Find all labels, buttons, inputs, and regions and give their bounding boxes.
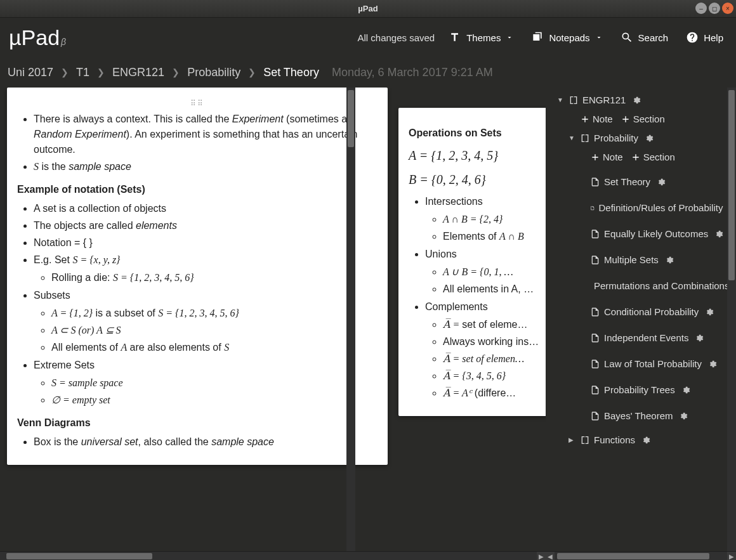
search-button[interactable]: Search [617, 29, 673, 46]
gear-icon[interactable] [714, 230, 723, 238]
caret-right-icon[interactable]: ▶ [568, 436, 576, 443]
window-controls: – ◻ × [695, 3, 733, 14]
add-note-label: Note [593, 114, 613, 124]
note-icon [590, 411, 600, 421]
tree-page-label: Set Theory [604, 176, 650, 187]
window-titlebar: µPad – ◻ × [0, 0, 736, 18]
minimize-button[interactable]: – [695, 3, 707, 14]
note-text: All elements in A, … [443, 282, 546, 297]
note-text: A set is a collection of objects [34, 201, 378, 216]
note-icon [590, 333, 600, 343]
format-icon [449, 31, 461, 44]
note-text: A ∩ B = {2, 4} [443, 212, 546, 227]
tree-page-label: Conditional Probability [604, 306, 699, 317]
gear-icon[interactable] [645, 134, 654, 143]
note-timestamp: Monday, 6 March 2017 9:21 AM [332, 66, 493, 79]
logo-text: µPad [9, 25, 60, 50]
tree-page-item[interactable]: Law of Total Probability [546, 351, 736, 377]
add-note-button[interactable]: Note [580, 114, 613, 124]
tree-page-label: Probability Trees [604, 384, 675, 395]
sidebar-horizontal-scrollbar[interactable]: ◀ ▶ [546, 551, 736, 560]
gear-icon[interactable] [657, 178, 666, 186]
search-icon [621, 31, 633, 44]
tree-page-item[interactable]: Equally Likely Outcomes [546, 221, 736, 247]
notepads-icon [531, 31, 544, 44]
tree-page-label: Law of Total Probability [604, 358, 702, 369]
caret-down-icon[interactable]: ▼ [557, 96, 565, 103]
note-text: A̅ = set of eleme… [443, 317, 546, 332]
breadcrumb-item[interactable]: Uni 2017 [8, 66, 53, 79]
scrollbar-thumb[interactable] [557, 553, 709, 559]
note-icon [590, 385, 600, 395]
help-button[interactable]: Help [682, 29, 727, 46]
tree-section-functions[interactable]: ▶ Functions [546, 433, 736, 447]
maximize-button[interactable]: ◻ [709, 3, 720, 14]
note-text: A = {1, 2} is a subset of S = {1, 2, 3, … [51, 306, 378, 321]
scroll-right-arrow[interactable]: ▶ [727, 552, 736, 560]
tree-page-item[interactable]: Independent Events [546, 325, 736, 351]
tree-page-item[interactable]: Set Theory [546, 169, 736, 195]
add-section-button[interactable]: Section [621, 114, 665, 124]
sidebar-vertical-scrollbar[interactable] [727, 88, 736, 551]
plus-icon [621, 114, 631, 124]
add-note-button[interactable]: Note [590, 152, 623, 162]
drag-handle[interactable]: ⠿⠿ [17, 98, 378, 109]
top-nav: µPad β All changes saved Themes Notepads… [0, 18, 736, 57]
themes-menu[interactable]: Themes [445, 29, 517, 46]
note-text: The objects are called elements [34, 218, 378, 233]
close-button[interactable]: × [722, 3, 733, 14]
add-section-label: Section [643, 152, 675, 162]
note-text: B = {0, 2, 4, 6} [409, 170, 546, 189]
tree-section-probability[interactable]: ▼ Probability [546, 131, 736, 145]
breadcrumb-item[interactable]: ENGR121 [112, 66, 164, 79]
breadcrumb-item[interactable]: T1 [76, 66, 89, 79]
gear-icon[interactable] [632, 96, 641, 105]
add-note-label: Note [603, 152, 623, 162]
gear-icon[interactable] [708, 360, 717, 368]
gear-icon[interactable] [705, 308, 714, 316]
note-text: Elements of A ∩ B [443, 229, 546, 244]
app-logo[interactable]: µPad β [9, 25, 66, 50]
tree-label: Probability [594, 133, 638, 143]
note-text: A ∪ B = {0, 1, … [443, 264, 546, 280]
note-text: Notation = { } [34, 235, 378, 251]
plus-icon [590, 152, 600, 162]
book-icon [580, 133, 590, 143]
breadcrumb-item-active[interactable]: Set Theory [263, 66, 319, 79]
tree-page-item[interactable]: Probability Trees [546, 377, 736, 403]
scrollbar-thumb[interactable] [348, 90, 354, 147]
scroll-right-arrow[interactable]: ▶ [537, 552, 546, 560]
gear-icon[interactable] [679, 412, 688, 420]
tree-page-item[interactable]: Bayes' Theorem [546, 403, 736, 429]
gear-icon[interactable] [695, 334, 704, 342]
note-text: ∅ = empty set [51, 393, 378, 408]
caret-down-icon[interactable]: ▼ [568, 134, 576, 141]
tree-page-item[interactable]: Conditional Probability [546, 299, 736, 325]
note-text: There is always a context. This is calle… [34, 112, 378, 157]
notepads-menu[interactable]: Notepads [527, 29, 606, 46]
book-icon [580, 435, 590, 445]
scrollbar-thumb[interactable] [6, 553, 152, 559]
tree-page-item[interactable]: Definition/Rules of Probability [546, 195, 736, 221]
add-section-button[interactable]: Section [631, 152, 675, 162]
save-status: All changes saved [357, 32, 435, 43]
tree-page-item[interactable]: Permutations and Combinations [546, 273, 736, 299]
breadcrumb-item[interactable]: Probability [187, 66, 240, 79]
help-icon [686, 31, 699, 44]
note-card[interactable]: ⠿⠿ There is always a context. This is ca… [7, 88, 388, 465]
note-canvas[interactable]: ⠿⠿ There is always a context. This is ca… [0, 88, 546, 551]
scroll-left-arrow[interactable]: ◀ [546, 552, 555, 560]
sidebar: ▼ ENGR121 Note Section ▼ Probability [546, 88, 736, 551]
tree-section-engr121[interactable]: ▼ ENGR121 [546, 93, 736, 107]
note-card[interactable]: Operations on Sets A = {1, 2, 3, 4, 5} B… [398, 108, 546, 416]
main-area: ⠿⠿ There is always a context. This is ca… [0, 88, 736, 551]
gear-icon[interactable] [681, 386, 690, 394]
gear-icon[interactable] [665, 256, 674, 264]
tree-page-item[interactable]: Multiple Sets [546, 247, 736, 273]
canvas-horizontal-scrollbar[interactable]: ▶ [0, 551, 546, 560]
tree-page-label: Equally Likely Outcomes [604, 228, 708, 239]
note-text: Unions A ∪ B = {0, 1, … All elements in … [425, 247, 546, 297]
gear-icon[interactable] [641, 436, 650, 445]
scrollbar-thumb[interactable] [728, 90, 735, 280]
vertical-scrollbar[interactable] [346, 88, 355, 551]
